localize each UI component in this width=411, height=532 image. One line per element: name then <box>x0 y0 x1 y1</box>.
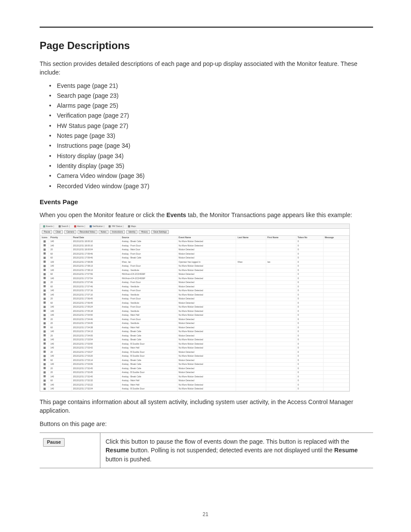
ss-cell: Motion Detected <box>177 367 236 371</box>
ss-cell: Analog - Break Cafe <box>120 338 177 342</box>
ss-cell <box>323 289 349 293</box>
ss-cell <box>323 297 349 301</box>
note-icon <box>44 334 46 336</box>
ss-toolbar-button: Recorded Video <box>78 230 97 234</box>
ss-row-icon-cell <box>40 293 49 297</box>
ss-toolbar-button: Save Settings <box>151 230 169 234</box>
ss-tab: Verification | <box>88 225 106 228</box>
ss-cell: 2013/12/31 17:58:13 <box>72 264 120 268</box>
ss-cell: 0 <box>296 326 323 330</box>
tab-icon <box>59 225 61 227</box>
ss-table-row: 202013/12/31 17:52:45Analog - B Double D… <box>40 370 349 375</box>
ss-cell: 2013/12/31 17:53:14 <box>72 358 120 363</box>
ss-cell: 2013/12/31 17:55:24 <box>72 305 120 309</box>
ss-cell: 0 <box>296 338 323 342</box>
ss-cell: Analog - Front Door <box>120 280 177 285</box>
ss-row-icon-cell <box>40 305 49 309</box>
ss-col-header: First Name <box>266 236 296 240</box>
tab-icon <box>90 225 92 227</box>
ss-cell: Analog - Vestibule <box>120 268 177 273</box>
ss-cell <box>323 301 349 305</box>
ss-cell <box>323 354 349 358</box>
ss-cell: 20 <box>49 370 72 375</box>
note-icon <box>44 314 46 316</box>
ss-cell: 2013/12/31 17:57:46 <box>72 285 120 289</box>
ss-row-icon-cell <box>40 309 49 314</box>
page-list-item: Instructions page (page 34) <box>49 141 373 150</box>
ss-cell <box>266 358 296 363</box>
ss-cell: No More Motion Detected <box>177 383 236 387</box>
ss-cell: 140 <box>49 362 72 367</box>
ss-cell: 0 <box>296 362 323 367</box>
ss-cell: 20 <box>49 248 72 252</box>
note-icon <box>44 298 46 300</box>
ss-cell <box>236 256 266 260</box>
ss-cell: 2013/12/31 17:52:45 <box>72 367 120 371</box>
ss-cell: 20 <box>49 280 72 285</box>
ss-cell: 2013/12/31 17:53:42 <box>72 346 120 350</box>
ss-cell: 0 <box>296 264 323 268</box>
ss-cell <box>236 342 266 346</box>
ss-cell: Motion Detected <box>177 358 236 363</box>
ss-cell <box>266 309 296 314</box>
ss-cell <box>266 305 296 309</box>
note-icon <box>44 359 46 361</box>
note-icon <box>44 383 46 386</box>
ss-cell <box>236 367 266 371</box>
ss-cell <box>323 326 349 330</box>
ss-cell: Analog - Main Hall <box>120 383 177 387</box>
ss-cell <box>323 358 349 363</box>
ss-cell <box>266 297 296 301</box>
ss-cell: Analog - Break Cafe <box>120 334 177 338</box>
ss-tab-label: Search <box>62 225 68 228</box>
ss-cell: 0 <box>296 305 323 309</box>
ss-cell <box>236 280 266 285</box>
note-icon <box>44 371 46 373</box>
ss-cell: Analog - Break Cafe <box>120 358 177 363</box>
ss-cell <box>236 289 266 293</box>
ss-cell <box>236 350 266 355</box>
ss-row-icon-cell <box>40 244 49 248</box>
ss-cell <box>266 240 296 244</box>
ss-cell <box>266 248 296 252</box>
ss-cell: Motion Detected <box>177 350 236 355</box>
ss-cell <box>266 362 296 367</box>
ss-col-header: Last Name <box>236 236 266 240</box>
ss-row-icon-cell <box>40 375 49 379</box>
ss-col-header: Icons <box>40 236 49 240</box>
ss-row-icon-cell <box>40 330 49 334</box>
ss-cell <box>236 305 266 309</box>
ss-cell: No More Motion Detected <box>177 293 236 297</box>
ss-cell <box>266 375 296 379</box>
ss-cell: 2013/12/31 17:53:54 <box>72 338 120 342</box>
ss-cell: 2013/12/31 17:58:39 <box>72 260 120 264</box>
ss-cell: 2013/12/31 17:53:50 <box>72 342 120 346</box>
ss-cell: Analog - Break Cafe <box>120 330 177 334</box>
ss-cell <box>236 317 266 322</box>
ss-table-row: 1402013/12/31 17:54:50Analog - Main Hall… <box>40 313 349 317</box>
ss-cell: Motion Detected <box>177 379 236 383</box>
ss-cell: 60 <box>49 272 72 277</box>
ss-table-row: 602013/12/31 17:57:56HikVision-D4-2CD402… <box>40 272 349 277</box>
ss-table-row: 602013/12/31 17:56:45Analog - VestibuleM… <box>40 301 349 305</box>
ss-cell: Analog - Vestibule <box>120 285 177 289</box>
ss-cell: 140 <box>49 268 72 273</box>
ss-table-row: 202013/12/31 17:52:45Analog - Break Cafe… <box>40 367 349 371</box>
ss-cell: 2013/12/31 17:54:38 <box>72 326 120 330</box>
note-icon <box>44 261 46 263</box>
ss-cell: Analog - Front Door <box>120 317 177 322</box>
events-heading: Events Page <box>40 198 373 205</box>
tab-icon <box>74 225 76 227</box>
ss-cell: 0 <box>296 244 323 248</box>
ss-cell: 2013/12/31 17:55:18 <box>72 309 120 314</box>
ss-cell <box>236 326 266 330</box>
ss-cell: 60 <box>49 326 72 330</box>
ss-cell: 0 <box>296 334 323 338</box>
ss-cell: 0 <box>296 350 323 355</box>
ss-cell: 0 <box>296 260 323 264</box>
ss-cell: 2013/12/31 17:54:50 <box>72 313 120 317</box>
ss-cell: 60 <box>49 301 72 305</box>
ss-cell <box>323 387 349 391</box>
ss-cell <box>323 277 349 281</box>
ss-cell <box>266 244 296 248</box>
